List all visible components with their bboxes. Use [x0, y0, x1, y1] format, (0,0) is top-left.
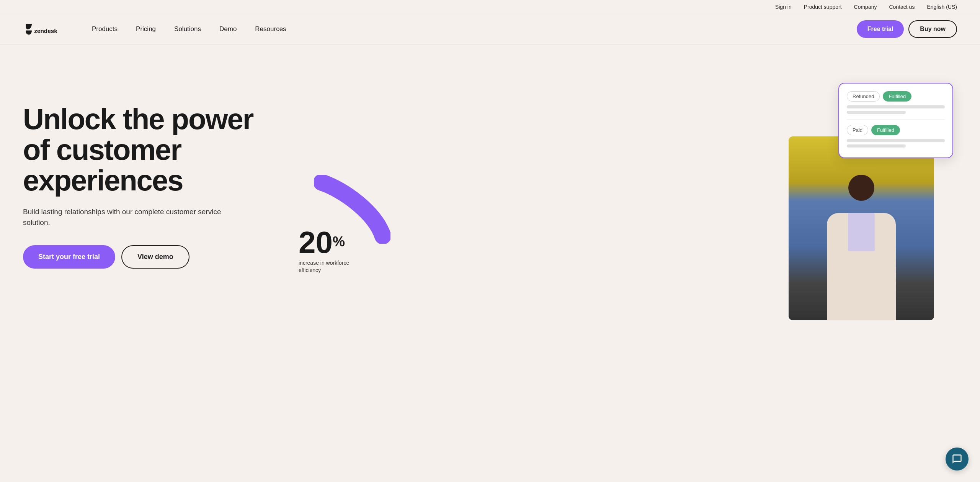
company-link[interactable]: Company [854, 4, 877, 10]
hero-view-demo-button[interactable]: View demo [121, 245, 189, 269]
card-line-2 [847, 111, 906, 114]
hero-section: Unlock the power of customer experiences… [0, 44, 980, 320]
navbar: zendesk Products Pricing Solutions Demo … [0, 14, 980, 44]
zendesk-logo: zendesk [23, 20, 61, 38]
buy-now-button[interactable]: Buy now [908, 20, 957, 38]
utility-bar: Sign in Product support Company Contact … [0, 0, 980, 14]
nav-item-products[interactable]: Products [84, 22, 125, 36]
badge-fulfilled-1: Fulfilled [883, 91, 911, 102]
badge-refunded: Refunded [847, 91, 880, 102]
hero-title: Unlock the power of customer experiences [23, 104, 283, 195]
badge-fulfilled-2: Fulfilled [871, 125, 900, 135]
product-support-link[interactable]: Product support [804, 4, 842, 10]
stats-badge: 20% increase in workforce efficiency [299, 227, 352, 274]
nav-item-pricing[interactable]: Pricing [128, 22, 163, 36]
card-badges-row1: Refunded Fulfilled [847, 91, 945, 102]
person-image [789, 136, 934, 320]
card-badges-row2: Paid Fulfilled [847, 125, 945, 135]
stats-label: increase in workforce efficiency [299, 259, 352, 274]
language-selector[interactable]: English (US) [927, 4, 957, 10]
card-divider [847, 119, 945, 120]
badge-paid: Paid [847, 125, 868, 135]
nav-item-demo[interactable]: Demo [212, 22, 244, 36]
ui-card: Refunded Fulfilled Paid Fulfilled [838, 83, 953, 158]
nav-actions: Free trial Buy now [857, 20, 957, 38]
nav-item-solutions[interactable]: Solutions [167, 22, 209, 36]
hero-visual: 20% increase in workforce efficiency [283, 75, 957, 297]
hero-free-trial-button[interactable]: Start your free trial [23, 245, 115, 269]
card-lines-row2 [847, 139, 945, 148]
svg-text:zendesk: zendesk [34, 28, 57, 34]
hero-buttons: Start your free trial View demo [23, 245, 283, 269]
card-lines-row1 [847, 105, 945, 114]
hero-subtitle: Build lasting relationships with our com… [23, 207, 222, 228]
card-line-4 [847, 144, 906, 148]
chat-widget[interactable] [946, 448, 969, 471]
logo-area[interactable]: zendesk [23, 20, 61, 38]
sign-in-link[interactable]: Sign in [775, 4, 792, 10]
free-trial-button[interactable]: Free trial [857, 20, 904, 38]
chat-icon [952, 454, 962, 464]
hero-text: Unlock the power of customer experiences… [23, 104, 283, 268]
nav-item-resources[interactable]: Resources [247, 22, 294, 36]
nav-links: Products Pricing Solutions Demo Resource… [84, 22, 857, 36]
contact-us-link[interactable]: Contact us [889, 4, 915, 10]
stats-number: 20% [299, 227, 352, 258]
card-line-3 [847, 139, 945, 142]
card-line-1 [847, 105, 945, 108]
